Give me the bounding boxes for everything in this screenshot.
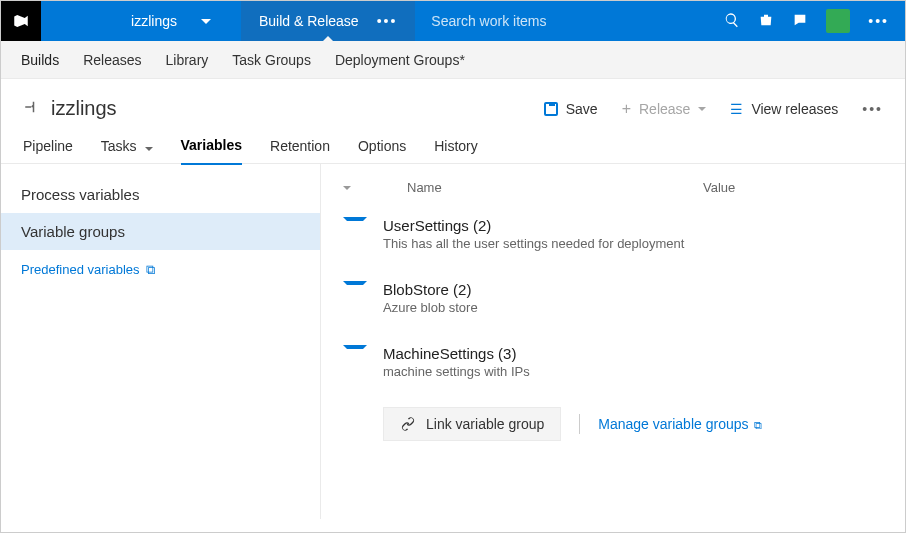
list-icon: ☰ (730, 101, 743, 117)
group-description: This has all the user settings needed fo… (383, 236, 684, 251)
col-name[interactable]: Name (407, 180, 687, 195)
tab-retention[interactable]: Retention (270, 138, 330, 164)
project-name: izzlings (131, 13, 177, 29)
hub-tab-library[interactable]: Library (166, 52, 209, 68)
search-placeholder: Search work items (431, 13, 546, 29)
tab-pipeline[interactable]: Pipeline (23, 138, 73, 164)
tab-options[interactable]: Options (358, 138, 406, 164)
link-variable-group-button[interactable]: Link variable group (383, 407, 561, 441)
ellipsis-icon[interactable]: ••• (377, 13, 398, 29)
release-definition-icon (23, 98, 41, 119)
tab-tasks[interactable]: Tasks (101, 138, 153, 164)
hub-tabs: Builds Releases Library Task Groups Depl… (1, 41, 905, 79)
col-value[interactable]: Value (703, 180, 735, 195)
search-icon[interactable] (724, 12, 740, 31)
nav-variable-groups[interactable]: Variable groups (1, 213, 320, 250)
tab-history[interactable]: History (434, 138, 478, 164)
link-icon (400, 416, 416, 432)
expand-icon[interactable] (343, 217, 367, 223)
external-link-icon: ⧉ (754, 419, 762, 431)
vsts-logo[interactable] (1, 1, 41, 41)
group-name: BlobStore (2) (383, 281, 478, 298)
shop-icon[interactable] (758, 12, 774, 31)
hub-tab-releases[interactable]: Releases (83, 52, 141, 68)
release-definition-title: izzlings (51, 97, 117, 120)
tab-variables[interactable]: Variables (181, 137, 243, 165)
manage-variable-groups-link[interactable]: Manage variable groups ⧉ (598, 416, 762, 432)
group-description: machine settings with IPs (383, 364, 530, 379)
variable-scope-nav: Process variables Variable groups Predef… (1, 164, 321, 519)
toolbar-more-icon[interactable]: ••• (862, 101, 883, 117)
project-selector[interactable]: izzlings (101, 1, 241, 41)
chevron-down-icon (145, 147, 153, 151)
feedback-icon[interactable] (792, 12, 808, 31)
chevron-down-icon (201, 19, 211, 24)
variable-group-row[interactable]: BlobStore (2)Azure blob store (343, 271, 883, 335)
group-name: UserSettings (2) (383, 217, 684, 234)
group-name: MachineSettings (3) (383, 345, 530, 362)
view-releases-button[interactable]: ☰ View releases (730, 101, 838, 117)
global-topbar: izzlings Build & Release ••• Search work… (1, 1, 905, 41)
main-content: Process variables Variable groups Predef… (1, 164, 905, 519)
plus-icon: + (622, 101, 631, 117)
hub-tab-deploymentgroups[interactable]: Deployment Groups* (335, 52, 465, 68)
column-headers: Name Value (343, 176, 883, 207)
sort-icon[interactable] (343, 186, 351, 190)
pivot-tabs: Pipeline Tasks Variables Retention Optio… (1, 120, 905, 164)
chevron-down-icon (698, 107, 706, 111)
save-icon (544, 102, 558, 116)
nav-predefined-variables[interactable]: Predefined variables ⧉ (1, 250, 320, 288)
release-toolbar: izzlings Save + Release ☰ View releases … (1, 79, 905, 120)
nav-process-variables[interactable]: Process variables (1, 176, 320, 213)
variable-group-row[interactable]: UserSettings (2)This has all the user se… (343, 207, 883, 271)
more-icon[interactable]: ••• (868, 13, 889, 29)
expand-icon[interactable] (343, 281, 367, 287)
variable-group-row[interactable]: MachineSettings (3)machine settings with… (343, 335, 883, 399)
hub-label: Build & Release (259, 13, 359, 29)
external-link-icon: ⧉ (146, 262, 155, 277)
search-box[interactable]: Search work items (415, 1, 708, 41)
expand-icon[interactable] (343, 345, 367, 351)
variable-groups-pane: Name Value UserSettings (2)This has all … (321, 164, 905, 519)
release-button[interactable]: + Release (622, 101, 707, 117)
group-description: Azure blob store (383, 300, 478, 315)
user-avatar[interactable] (826, 9, 850, 33)
hub-tab-builds[interactable]: Builds (21, 52, 59, 68)
divider (579, 414, 580, 434)
hub-tab-taskgroups[interactable]: Task Groups (232, 52, 311, 68)
save-button[interactable]: Save (544, 101, 598, 117)
hub-build-release[interactable]: Build & Release ••• (241, 1, 415, 41)
